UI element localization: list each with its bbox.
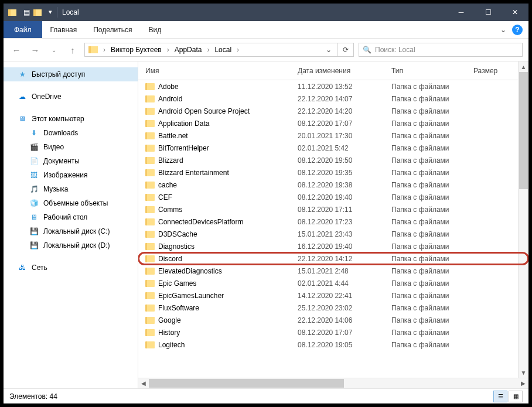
search-placeholder: Поиск: Local	[375, 46, 415, 54]
address-bar[interactable]: › Виктор Бухтеев › AppData › Local › ⌄ ⟳	[84, 43, 354, 57]
nav-forward-button[interactable]: →	[28, 43, 42, 57]
dropdown-icon[interactable]: ▾	[49, 8, 52, 16]
file-row[interactable]: BitTorrentHelper02.01.2021 5:42Папка с ф…	[138, 142, 528, 154]
file-row[interactable]: Application Data08.12.2020 17:07Папка с …	[138, 117, 528, 129]
folder-icon	[145, 182, 155, 189]
scroll-down-icon[interactable]: ▼	[519, 367, 528, 378]
ribbon-tab-view[interactable]: Вид	[140, 21, 169, 38]
file-type: Папка с файлами	[391, 206, 473, 214]
file-name: Android	[158, 95, 182, 103]
file-row[interactable]: FluxSoftware25.12.2020 23:02Папка с файл…	[138, 302, 528, 314]
ribbon-tab-share[interactable]: Поделиться	[85, 21, 140, 38]
file-name: EpicGamesLauncher	[158, 292, 224, 300]
chevron-icon[interactable]: ›	[165, 46, 171, 54]
folder-icon: 🎬	[29, 142, 39, 152]
titlebar[interactable]: ▤ ▾ Local ─ ☐ ✕	[4, 4, 528, 21]
scroll-up-icon[interactable]: ▲	[519, 61, 528, 72]
close-button[interactable]: ✕	[502, 4, 528, 21]
file-row[interactable]: Blizzard08.12.2020 19:50Папка с файлами	[138, 154, 528, 166]
file-row[interactable]: D3DSCache15.01.2021 23:43Папка с файлами	[138, 228, 528, 240]
file-row[interactable]: Google22.12.2020 14:06Папка с файлами	[138, 314, 528, 326]
folder-icon	[145, 206, 155, 213]
address-dropdown-icon[interactable]: ⌄	[320, 43, 337, 56]
file-type: Папка с файлами	[391, 119, 473, 128]
file-type: Папка с файлами	[391, 304, 473, 312]
horizontal-scrollbar[interactable]: ◀ ▶	[138, 378, 528, 388]
scroll-thumb[interactable]	[519, 72, 528, 189]
column-header-name[interactable]: Имя	[145, 67, 298, 75]
folder-icon: 🧊	[29, 199, 39, 208]
file-date: 16.12.2020 19:40	[298, 242, 391, 251]
file-name: Blizzard Entertainment	[158, 169, 229, 177]
file-date: 08.12.2020 17:07	[298, 329, 391, 337]
chevron-icon[interactable]: ›	[235, 46, 241, 54]
minimize-button[interactable]: ─	[448, 4, 475, 21]
scroll-thumb[interactable]	[149, 379, 344, 388]
sidebar-this-pc[interactable]: 🖥 Этот компьютер	[4, 112, 138, 126]
file-name: D3DSCache	[158, 230, 197, 238]
file-row[interactable]: ConnectedDevicesPlatform08.12.2020 17:23…	[138, 216, 528, 228]
breadcrumb-segment[interactable]: AppData	[171, 43, 206, 56]
folder-icon	[8, 8, 20, 16]
file-row[interactable]: Comms08.12.2020 17:11Папка с файлами	[138, 203, 528, 216]
sidebar-item[interactable]: 💾Локальный диск (D:)	[4, 238, 138, 252]
refresh-button[interactable]: ⟳	[337, 43, 353, 56]
nav-recent-dropdown[interactable]: ⌄	[47, 43, 61, 57]
sidebar-item[interactable]: ⬇Downloads	[4, 126, 138, 140]
sidebar-quick-access[interactable]: ★ Быстрый доступ	[4, 67, 138, 81]
sidebar-item[interactable]: 🧊Объемные объекты	[4, 196, 138, 210]
ribbon-file-tab[interactable]: Файл	[4, 21, 42, 38]
sidebar-item[interactable]: 📄Документы	[4, 154, 138, 168]
sidebar-item[interactable]: 💾Локальный диск (C:)	[4, 224, 138, 238]
file-row[interactable]: Adobe11.12.2020 13:52Папка с файлами	[138, 80, 528, 93]
file-row[interactable]: cache08.12.2020 19:38Папка с файлами	[138, 179, 528, 191]
folder-icon	[145, 145, 155, 152]
star-icon: ★	[18, 70, 27, 79]
file-row[interactable]: Android Open Source Project22.12.2020 14…	[138, 105, 528, 117]
breadcrumb-segment[interactable]: Виктор Бухтеев	[107, 43, 165, 56]
sidebar-network[interactable]: 🖧 Сеть	[4, 261, 138, 275]
file-row[interactable]: History08.12.2020 17:07Папка с файлами	[138, 326, 528, 338]
file-row[interactable]: Discord22.12.2020 14:12Папка с файлами	[138, 252, 528, 265]
file-type: Папка с файлами	[391, 329, 473, 337]
chevron-icon[interactable]: ›	[205, 46, 211, 54]
sidebar-item[interactable]: 🖼Изображения	[4, 168, 138, 182]
scroll-left-icon[interactable]: ◀	[138, 378, 149, 388]
column-header-type[interactable]: Тип	[391, 67, 473, 75]
sidebar-onedrive[interactable]: ☁ OneDrive	[4, 90, 138, 104]
file-row[interactable]: Android22.12.2020 14:07Папка с файлами	[138, 93, 528, 105]
nav-up-button[interactable]: ↑	[66, 43, 80, 57]
help-icon[interactable]: ?	[512, 25, 523, 35]
file-row[interactable]: Epic Games02.01.2021 4:44Папка с файлами	[138, 277, 528, 289]
sidebar-item[interactable]: 🎵Музыка	[4, 182, 138, 196]
file-row[interactable]: Diagnostics16.12.2020 19:40Папка с файла…	[138, 240, 528, 252]
file-row[interactable]: EpicGamesLauncher14.12.2020 22:41Папка с…	[138, 289, 528, 302]
file-name: Epic Games	[158, 279, 196, 288]
file-row[interactable]: CEF08.12.2020 19:40Папка с файлами	[138, 191, 528, 203]
ribbon-tab-home[interactable]: Главная	[42, 21, 86, 38]
maximize-button[interactable]: ☐	[475, 4, 502, 21]
file-date: 11.12.2020 13:52	[298, 83, 391, 91]
chevron-icon[interactable]: ›	[101, 46, 107, 54]
column-header-date[interactable]: Дата изменения	[298, 67, 391, 75]
scroll-right-icon[interactable]: ▶	[518, 378, 528, 388]
sidebar-item[interactable]: 🖥Рабочий стол	[4, 210, 138, 224]
details-view-button[interactable]: ☰	[493, 391, 507, 402]
sidebar-item-label: Рабочий стол	[43, 213, 87, 221]
navigation-pane: ★ Быстрый доступ ☁ OneDrive 🖥 Этот компь…	[4, 61, 138, 388]
status-bar: Элементов: 44 ☰ ▦	[4, 388, 528, 403]
file-row[interactable]: ElevatedDiagnostics15.01.2021 2:48Папка …	[138, 265, 528, 277]
search-input[interactable]: 🔍 Поиск: Local	[359, 43, 523, 57]
file-row[interactable]: Battle.net20.01.2021 17:30Папка с файлам…	[138, 129, 528, 142]
sidebar-item[interactable]: 🎬Видео	[4, 140, 138, 154]
ribbon-collapse-icon[interactable]: ⌄	[500, 26, 506, 34]
breadcrumb-segment[interactable]: Local	[211, 43, 235, 56]
icons-view-button[interactable]: ▦	[509, 391, 523, 402]
new-folder-icon[interactable]	[33, 8, 45, 16]
vertical-scrollbar[interactable]: ▲ ▼	[518, 61, 528, 378]
file-date: 08.12.2020 19:38	[298, 181, 391, 189]
file-row[interactable]: Blizzard Entertainment08.12.2020 19:35Па…	[138, 166, 528, 179]
file-row[interactable]: Logitech08.12.2020 19:05Папка с файлами	[138, 338, 528, 351]
properties-icon[interactable]: ▤	[23, 8, 30, 16]
nav-back-button[interactable]: ←	[9, 43, 23, 57]
